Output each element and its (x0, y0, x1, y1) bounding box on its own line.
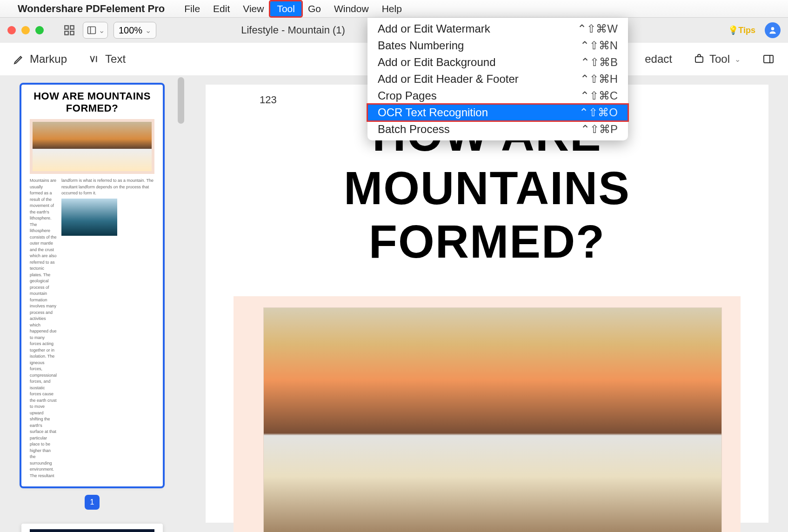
dd-label: Crop Pages (378, 89, 437, 102)
menu-file[interactable]: File (178, 1, 207, 16)
dd-shortcut: ⌃⇧⌘W (577, 22, 618, 35)
traffic-lights (7, 26, 44, 34)
mac-menubar: Wondershare PDFelement Pro File Edit Vie… (0, 0, 788, 18)
panel-toggle[interactable] (762, 53, 775, 65)
markup-label: Markup (30, 53, 67, 66)
dd-watermark[interactable]: Add or Edit Watermark⌃⇧⌘W (367, 20, 628, 37)
tips-logo: 💡Tips (728, 25, 755, 35)
hero-frame (234, 296, 741, 532)
document-area: 123 HOW ARE MOUNTAINS FORMED? (186, 75, 788, 532)
dd-batch[interactable]: Batch Process⌃⇧⌘P (367, 121, 628, 138)
thumb1-heading: HOW ARE MOUNTAINS FORMED? (30, 90, 154, 114)
chevron-down-icon: ⌄ (145, 26, 151, 35)
zoom-value: 100% (119, 25, 142, 36)
minimize-icon[interactable] (21, 26, 30, 34)
layout-toggle[interactable]: ⌄ (83, 22, 108, 39)
thumbnail-page-1[interactable]: HOW ARE MOUNTAINS FORMED? Mountains are … (21, 85, 163, 486)
svg-rect-8 (695, 57, 703, 62)
dd-ocr[interactable]: OCR Text Recognition⌃⇧⌘O (367, 104, 628, 121)
scrollbar[interactable] (178, 77, 184, 124)
dd-bates[interactable]: Bates Numbering⌃⇧⌘N (367, 37, 628, 54)
dd-shortcut: ⌃⇧⌘P (581, 123, 618, 136)
svg-rect-1 (70, 26, 74, 29)
page-number-1[interactable]: 1 (85, 495, 100, 510)
chevron-down-icon: ⌄ (735, 55, 741, 64)
chevron-down-icon: ⌄ (99, 26, 105, 35)
hero-image (263, 307, 722, 532)
redact-label: edact (645, 53, 672, 66)
dd-label: Add or Edit Background (378, 56, 496, 69)
tips-text: Tips (738, 26, 755, 35)
app-name: Wondershare PDFelement Pro (18, 3, 165, 15)
page-canvas[interactable]: 123 HOW ARE MOUNTAINS FORMED? (206, 85, 768, 523)
thumbnail-page-2[interactable]: TYPE OF MOUNTAINS AND HOW ARE THEY FORME… (21, 524, 163, 532)
dd-background[interactable]: Add or Edit Background⌃⇧⌘B (367, 54, 628, 71)
maximize-icon[interactable] (35, 26, 44, 34)
markup-button[interactable]: Markup (13, 53, 67, 66)
svg-rect-3 (70, 31, 74, 35)
dd-shortcut: ⌃⇧⌘B (581, 56, 618, 69)
document-title: Lifestyle - Mountain (1) (241, 24, 345, 36)
dd-label: Bates Numbering (378, 39, 464, 52)
svg-point-6 (771, 27, 775, 30)
dd-headerfooter[interactable]: Add or Edit Header & Footer⌃⇧⌘H (367, 71, 628, 87)
dd-shortcut: ⌃⇧⌘N (580, 39, 618, 52)
dd-shortcut: ⌃⇧⌘C (580, 89, 618, 102)
tool-dropdown: Add or Edit Watermark⌃⇧⌘W Bates Numberin… (367, 18, 628, 140)
dd-crop[interactable]: Crop Pages⌃⇧⌘C (367, 87, 628, 104)
thumbnails-panel: HOW ARE MOUNTAINS FORMED? Mountains are … (0, 75, 186, 532)
thumb2-image: TYPE OF MOUNTAINS AND HOW ARE THEY FORME… (30, 529, 154, 532)
redact-button[interactable]: edact (645, 53, 672, 66)
tool-label: Tool (709, 53, 730, 66)
menu-window[interactable]: Window (327, 1, 375, 16)
svg-rect-9 (764, 55, 773, 63)
svg-rect-2 (65, 31, 68, 35)
dd-label: Add or Edit Watermark (378, 22, 490, 35)
zoom-selector[interactable]: 100% ⌄ (114, 22, 156, 39)
menu-view[interactable]: View (236, 1, 270, 16)
body: HOW ARE MOUNTAINS FORMED? Mountains are … (0, 75, 788, 532)
dd-label: OCR Text Recognition (378, 106, 488, 119)
tool-button[interactable]: Tool ⌄ (694, 53, 741, 66)
avatar[interactable] (765, 22, 781, 38)
svg-rect-0 (65, 26, 68, 29)
menu-go[interactable]: Go (301, 1, 327, 16)
dd-shortcut: ⌃⇧⌘O (579, 106, 618, 119)
dd-shortcut: ⌃⇧⌘H (580, 73, 618, 86)
menu-help[interactable]: Help (375, 1, 408, 16)
text-label: Text (105, 53, 126, 66)
text-button[interactable]: Text (88, 53, 126, 66)
menu-tool[interactable]: Tool (270, 1, 301, 16)
thumb1-image (30, 119, 154, 174)
thumb1-left-text: Mountains are usually formed as a result… (30, 178, 57, 479)
thumb1-right-text: landform is what is referred to as a mou… (61, 178, 154, 197)
close-icon[interactable] (7, 26, 16, 34)
menu-edit[interactable]: Edit (207, 1, 236, 16)
grid-icon[interactable] (61, 22, 77, 38)
dd-label: Batch Process (378, 123, 450, 136)
thumb1-lake-image (61, 199, 117, 236)
svg-rect-4 (87, 27, 95, 34)
dd-label: Add or Edit Header & Footer (378, 73, 519, 86)
